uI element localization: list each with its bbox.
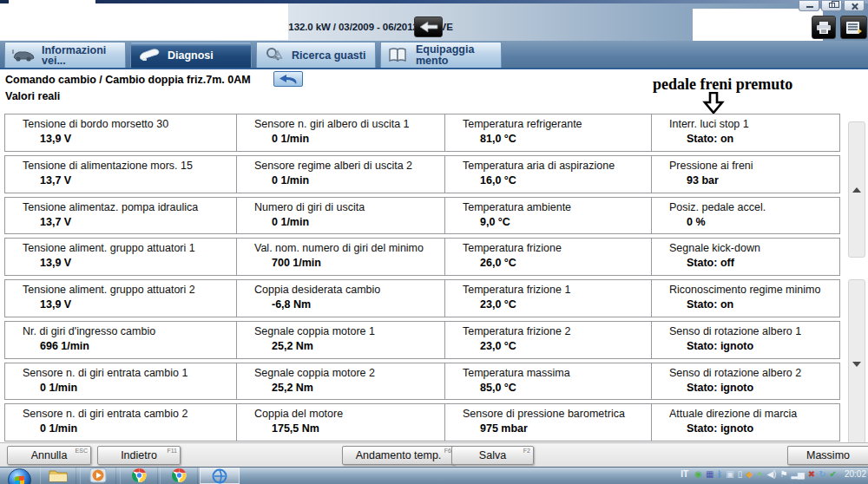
volume-tray-icon[interactable]: ◀) xyxy=(766,469,776,479)
signal-tray-icon[interactable]: ▂▅ xyxy=(791,469,804,479)
window-titlebar: SEAT / Ibiza SC 1.4 TSI Cupra / 6J1 / 1.… xyxy=(0,0,868,41)
maximum-button[interactable]: Massimo xyxy=(787,446,868,465)
measurement-value: 13,7 V xyxy=(5,173,236,188)
measurement-label: Tensione alimentaz. pompa idraulica xyxy=(5,200,236,214)
measurement-label: Sensore n. giri albero di uscita 1 xyxy=(237,117,444,131)
language-indicator[interactable]: IT xyxy=(681,469,688,479)
explorer-taskbar-button[interactable] xyxy=(40,468,76,484)
search-warning-icon xyxy=(263,47,286,63)
restore-button[interactable] xyxy=(821,1,842,11)
measurement-label: Attuale direzione di marcia xyxy=(652,407,839,421)
safety-tray-icon[interactable]: ✦ xyxy=(756,469,763,479)
measurement-cell: Coppia desiderata cambio -6,8 Nm xyxy=(236,279,445,317)
measurement-label: Val. nom. numero di giri del minimo xyxy=(237,241,444,255)
button-label: Massimo xyxy=(806,449,850,461)
battery-tray-icon[interactable]: ▯ xyxy=(738,469,743,479)
measurement-value: 26,0 °C xyxy=(445,255,651,271)
printer-icon xyxy=(816,21,832,35)
bluetooth-tray-icon[interactable]: ᛒ xyxy=(717,469,722,479)
display-tray-icon[interactable]: ▣ xyxy=(726,469,733,479)
measurement-label: Segnale kick-down xyxy=(652,241,839,255)
tab-fault-search[interactable]: Ricerca guasti xyxy=(256,42,376,68)
measurement-cell: Temperatura frizione 2 23,0 °C xyxy=(444,321,652,359)
car-icon: i xyxy=(11,48,36,63)
measurement-cell: Temperatura aria di aspirazione 16,0 °C xyxy=(444,155,652,193)
measurement-cell: Temperatura frizione 26,0 °C xyxy=(444,238,652,276)
measurement-cell: Sensore regime alberi di uscita 2 0 1/mi… xyxy=(236,155,445,193)
measurement-cell: Riconoscimento regime minimo Stato: on xyxy=(651,279,840,317)
chrome-icon xyxy=(171,468,187,483)
ie-taskbar-button[interactable] xyxy=(200,468,240,484)
measurement-label: Temperatura ambiente xyxy=(445,200,651,214)
tab-vehicle-info[interactable]: i Informazioni vei... xyxy=(4,42,126,68)
antivirus-tray-icon[interactable]: ✔ xyxy=(830,469,837,479)
clock[interactable]: 20:02 xyxy=(845,469,866,479)
measurement-cell: Sensore n. di giri entrata cambio 2 0 1/… xyxy=(4,403,237,441)
save-button[interactable]: Salva F2 xyxy=(451,446,534,465)
measurement-label: Senso di rotazione albero 2 xyxy=(652,366,839,380)
measurement-value: 175,5 Nm xyxy=(237,421,444,436)
disconnect-tray-icon[interactable]: ✖ xyxy=(808,469,815,479)
update-tray-icon[interactable]: ◆ xyxy=(746,469,753,479)
measurement-label: Sensore di pressione barometrica xyxy=(445,407,651,421)
measurement-value: 23,0 °C xyxy=(445,297,651,312)
tab-equipment[interactable]: Equipaggia mento xyxy=(380,42,502,68)
close-button[interactable] xyxy=(844,1,865,11)
measurement-value: 25,2 Nm xyxy=(237,380,444,396)
data-list-button[interactable] xyxy=(840,16,867,39)
measurement-value: Stato: on xyxy=(652,131,839,147)
measurement-value: 13,9 V xyxy=(5,297,236,312)
measurement-value: 0 1/min xyxy=(237,173,444,188)
temp-trend-button[interactable]: Andamento temp. F6 xyxy=(342,446,455,465)
back-button[interactable] xyxy=(414,16,443,37)
hotkey-label: F11 xyxy=(167,448,177,454)
scroll-up-button[interactable] xyxy=(848,121,865,258)
measurement-label: Sensore n. di giri entrata cambio 2 xyxy=(5,407,236,421)
button-label: Salva xyxy=(479,449,506,461)
minimize-button[interactable] xyxy=(799,1,819,11)
measurement-value: 93 bar xyxy=(652,173,839,188)
tray-icons: ◉▦ᛒ▣▯◆✦◀)⚑▂▅✖↻✔ xyxy=(694,469,837,479)
tab-label: Diagnosi xyxy=(168,50,214,61)
tab-label: Ricerca guasti xyxy=(292,50,365,61)
cancel-button[interactable]: Annulla ESC xyxy=(7,446,91,465)
tab-diagnosis[interactable]: Diagnosi xyxy=(130,42,252,68)
measurement-cell: Posiz. pedale accel. 0 % xyxy=(651,197,840,235)
measurement-cell: Tensione di alimentazione mors. 15 13,7 … xyxy=(4,155,237,193)
measurement-label: Tensione di alimentazione mors. 15 xyxy=(5,159,236,173)
back-footer-button[interactable]: Indietro F11 xyxy=(97,446,181,465)
chrome-taskbar-button[interactable] xyxy=(120,468,158,484)
redaction-overlay xyxy=(693,9,823,41)
measurement-label: Pressione ai freni xyxy=(652,159,839,173)
measurement-cell: Tensione aliment. gruppo attuatori 2 13,… xyxy=(4,279,237,317)
measurement-value: 0 1/min xyxy=(5,421,236,436)
measurement-column-3: Temperatura refrigerante 81,0 °C Tempera… xyxy=(444,114,652,441)
window-controls xyxy=(799,1,865,11)
app-tray-icon[interactable]: ▦ xyxy=(706,469,713,479)
chrome-taskbar-button-2[interactable] xyxy=(160,468,198,484)
measurement-cell: Segnale kick-down Stato: off xyxy=(651,238,840,276)
system-tray: IT ◉▦ᛒ▣▯◆✦◀)⚑▂▅✖↻✔ 20:02 xyxy=(681,467,866,484)
sync-tray-icon[interactable]: ↻ xyxy=(819,469,825,479)
hotkey-label: ESC xyxy=(76,448,88,454)
measurement-cell: Temperatura ambiente 9,0 °C xyxy=(444,197,652,235)
tab-label: Equipaggia mento xyxy=(416,44,489,67)
measurement-label: Coppia desiderata cambio xyxy=(237,283,444,297)
go-back-button[interactable] xyxy=(273,71,303,87)
measurement-label: Temperatura refrigerante xyxy=(445,117,651,131)
tab-label: Informazioni vei... xyxy=(42,45,119,66)
scroll-down-button[interactable] xyxy=(848,279,865,449)
measurement-value: 13,9 V xyxy=(5,255,236,271)
measurement-value: -6,8 Nm xyxy=(237,297,444,312)
print-button[interactable] xyxy=(812,16,836,39)
redaction-overlay xyxy=(0,3,288,40)
media-player-taskbar-button[interactable] xyxy=(80,468,116,484)
measurement-value: 9,0 °C xyxy=(445,214,651,230)
measurement-cell: Senso di rotazione albero 1 Stato: ignot… xyxy=(651,321,840,359)
hotkey-label: F2 xyxy=(523,448,530,454)
measurement-value: Stato: ignoto xyxy=(652,338,839,354)
wireless-tray-icon[interactable]: ◉ xyxy=(694,469,702,479)
measurement-cell: Attuale direzione di marcia Stato: ignot… xyxy=(651,403,840,441)
measurement-label: Sensore n. di giri entrata cambio 1 xyxy=(5,366,236,380)
flag-tray-icon[interactable]: ⚑ xyxy=(779,469,787,479)
